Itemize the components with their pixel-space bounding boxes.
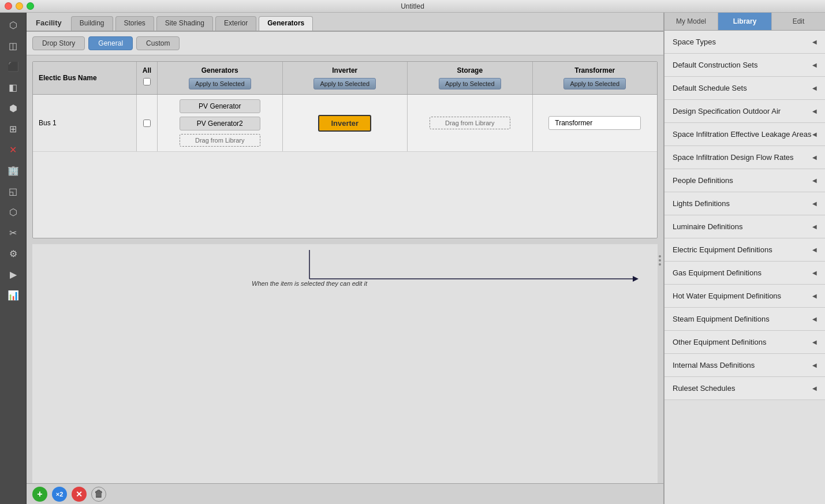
chevron-icon-1: ◀ — [812, 62, 817, 68]
sidebar-item-space-infiltration-leakage[interactable]: Space Infiltration Effective Leakage Are… — [665, 123, 825, 146]
sidebar-item-default-schedule-sets[interactable]: Default Schedule Sets ◀ — [665, 77, 825, 100]
th-generators: Generators Apply to Selected — [158, 62, 283, 94]
right-sidebar: My Model Library Edit Space Types ◀ Defa… — [663, 13, 825, 504]
minimize-button[interactable] — [16, 2, 23, 10]
transformer-input[interactable] — [548, 116, 641, 130]
section-label: Facility — [31, 16, 66, 31]
th-electric-bus: Electic Bus Name — [33, 62, 137, 94]
empty-area — [32, 308, 658, 484]
toolbar-icon-5[interactable]: ⬢ — [3, 98, 23, 118]
chevron-icon-0: ◀ — [812, 39, 817, 45]
sidebar-item-hot-water-equipment[interactable]: Hot Water Equipment Definitions ◀ — [665, 285, 825, 308]
toolbar-icon-9[interactable]: ✂ — [3, 223, 23, 242]
annotation-area: When the item is selected they can edit … — [32, 244, 658, 308]
sidebar-item-design-spec-outdoor-air[interactable]: Design Specification Outdoor Air ◀ — [665, 100, 825, 123]
scroll-dot-3 — [659, 263, 661, 266]
close-button[interactable] — [5, 2, 12, 10]
td-row-checkbox[interactable] — [137, 95, 158, 151]
sidebar-item-lights-definitions[interactable]: Lights Definitions ◀ — [665, 192, 825, 215]
chevron-icon-6: ◀ — [812, 177, 817, 184]
toolbar-icon-2[interactable]: ◫ — [3, 36, 23, 55]
left-toolbar: ⬡ ◫ ⬛ ◧ ⬢ ⊞ ✕ 🏢 ◱ ⬡ ✂ ⚙ ▶ 📊 — [0, 13, 27, 504]
chevron-icon-13: ◀ — [812, 339, 817, 345]
select-all-checkbox[interactable] — [143, 78, 151, 85]
toolbar-icon-building[interactable]: 🏢 — [3, 160, 23, 180]
sidebar-tab-library[interactable]: Library — [718, 13, 772, 30]
tab-exterior[interactable]: Exterior — [215, 16, 256, 31]
sidebar-item-other-equipment[interactable]: Other Equipment Definitions ◀ — [665, 331, 825, 354]
toolbar-icon-8[interactable]: ⬡ — [3, 202, 23, 222]
toolbar-icon-3[interactable]: ⬛ — [3, 57, 23, 76]
row-checkbox[interactable] — [143, 120, 151, 127]
chevron-icon-10: ◀ — [812, 270, 817, 276]
chevron-icon-14: ◀ — [812, 362, 817, 368]
apply-transformer-button[interactable]: Apply to Selected — [563, 78, 626, 89]
window-controls — [5, 2, 34, 10]
td-storage[interactable]: Drag from Library — [408, 95, 533, 151]
sidebar-item-space-types[interactable]: Space Types ◀ — [665, 31, 825, 54]
main-table: Electic Bus Name All Generators Apply to… — [32, 61, 658, 238]
chevron-icon-8: ◀ — [812, 223, 817, 230]
sidebar-item-ruleset-schedules[interactable]: Ruleset Schedules ◀ — [665, 377, 825, 400]
apply-generators-button[interactable]: Apply to Selected — [189, 78, 251, 89]
table-body: Bus 1 PV Generator PV Generator2 Drag fr… — [33, 95, 657, 152]
scroll-dot-1 — [659, 255, 661, 257]
add-button[interactable]: + — [32, 487, 47, 502]
trash-button[interactable]: 🗑 — [91, 487, 106, 502]
subtab-general[interactable]: General — [88, 36, 133, 50]
toolbar-icon-6[interactable]: ⊞ — [3, 119, 23, 139]
chevron-icon-9: ◀ — [812, 247, 817, 253]
tab-stories[interactable]: Stories — [115, 16, 154, 31]
sidebar-tabs: My Model Library Edit — [665, 13, 825, 31]
th-all: All — [137, 62, 158, 94]
sub-nav: Drop Story General Custom — [27, 32, 663, 55]
tab-building[interactable]: Building — [71, 16, 113, 31]
subtab-custom[interactable]: Custom — [136, 36, 180, 50]
sidebar-item-space-infiltration-flow[interactable]: Space Infiltration Design Flow Rates ◀ — [665, 146, 825, 169]
sidebar-item-steam-equipment[interactable]: Steam Equipment Definitions ◀ — [665, 308, 825, 331]
apply-storage-button[interactable]: Apply to Selected — [439, 78, 501, 89]
pv-generator-1[interactable]: PV Generator — [180, 99, 260, 113]
annotation-text: When the item is selected they can edit … — [252, 280, 367, 287]
toolbar-icon-x[interactable]: ✕ — [3, 140, 23, 159]
annotation-svg — [32, 244, 658, 308]
th-inverter: Inverter Apply to Selected — [283, 62, 408, 94]
duplicate-button[interactable]: ×2 — [52, 487, 67, 502]
sidebar-item-people-definitions[interactable]: People Definitions ◀ — [665, 169, 825, 192]
sidebar-item-luminaire-definitions[interactable]: Luminaire Definitions ◀ — [665, 215, 825, 238]
top-nav: Facility Building Stories Site Shading E… — [27, 13, 663, 32]
bottom-bar: + ×2 ✕ 🗑 — [27, 483, 663, 504]
toolbar-icon-1[interactable]: ⬡ — [3, 15, 23, 35]
scrollbar-dots — [659, 255, 661, 266]
chevron-icon-4: ◀ — [812, 131, 817, 137]
drag-from-library-generators[interactable]: Drag from Library — [180, 134, 260, 147]
tab-generators[interactable]: Generators — [259, 16, 313, 31]
inverter-badge[interactable]: Inverter — [318, 115, 371, 132]
chevron-icon-11: ◀ — [812, 293, 817, 299]
toolbar-icon-12[interactable]: 📊 — [3, 285, 23, 305]
sidebar-item-internal-mass[interactable]: Internal Mass Definitions ◀ — [665, 354, 825, 377]
td-bus-name: Bus 1 — [33, 95, 137, 151]
sidebar-tab-mymodel[interactable]: My Model — [665, 13, 718, 30]
window-title: Untitled — [401, 2, 424, 10]
svg-marker-2 — [633, 276, 639, 282]
toolbar-icon-7[interactable]: ◱ — [3, 181, 23, 201]
maximize-button[interactable] — [27, 2, 34, 10]
chevron-icon-3: ◀ — [812, 108, 817, 114]
scroll-dot-2 — [659, 259, 661, 262]
tab-site-shading[interactable]: Site Shading — [156, 16, 213, 31]
toolbar-icon-10[interactable]: ⚙ — [3, 244, 23, 263]
toolbar-icon-4[interactable]: ◧ — [3, 77, 23, 97]
subtab-drop-story[interactable]: Drop Story — [32, 36, 85, 50]
td-inverter[interactable]: Inverter — [283, 95, 408, 151]
chevron-icon-12: ◀ — [812, 316, 817, 322]
toolbar-icon-11[interactable]: ▶ — [3, 264, 23, 284]
remove-button[interactable]: ✕ — [72, 487, 87, 502]
sidebar-item-electric-equipment[interactable]: Electric Equipment Definitions ◀ — [665, 238, 825, 262]
apply-inverter-button[interactable]: Apply to Selected — [313, 78, 376, 89]
pv-generator-2[interactable]: PV Generator2 — [180, 117, 260, 130]
sidebar-item-gas-equipment[interactable]: Gas Equipment Definitions ◀ — [665, 262, 825, 285]
drag-from-library-storage[interactable]: Drag from Library — [430, 117, 510, 129]
sidebar-tab-edit[interactable]: Edit — [772, 13, 825, 30]
sidebar-item-default-construction-sets[interactable]: Default Construction Sets ◀ — [665, 54, 825, 77]
